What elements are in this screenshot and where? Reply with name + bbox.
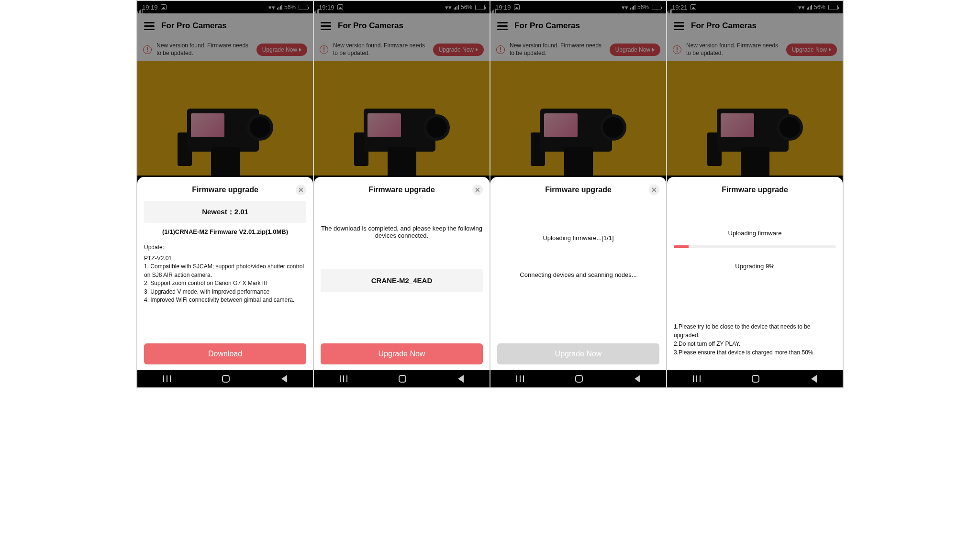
device-box: CRANE-M2_4EAD: [321, 269, 483, 292]
sheet-title: Firmware upgrade: [192, 186, 258, 194]
recents-icon[interactable]: [516, 375, 524, 382]
uploading-line: Uploading firmware...[1/1]: [497, 234, 659, 242]
home-icon[interactable]: [399, 375, 406, 383]
signal-1-icon: [137, 1, 313, 13]
status-bar: 19:21 ▾▾ 56%: [667, 1, 843, 13]
download-complete-msg: The download is completed, and please ke…: [321, 225, 483, 239]
sheet-title: Firmware upgrade: [368, 186, 435, 194]
nav-bar: [667, 370, 843, 387]
upgrade-now-label: Upgrade Now: [555, 350, 602, 358]
recents-icon[interactable]: [340, 375, 347, 382]
note-4: 4. Improved WiFi connectivity between gi…: [144, 296, 306, 304]
home-icon[interactable]: [752, 375, 759, 383]
screenshot-1: 19:19 ▾▾ 56% For Pro Cameras ! New versi…: [137, 1, 313, 387]
release-notes: PTZ-V2.01 1. Compatible with SJCAM; supp…: [144, 254, 306, 304]
firmware-sheet: Firmware upgrade ✕ Newest：2.01 (1/1)CRNA…: [137, 177, 313, 370]
back-icon[interactable]: [281, 375, 287, 383]
download-button-label: Download: [208, 350, 242, 358]
nav-bar: [137, 370, 313, 387]
newest-version: Newest：2.01: [144, 201, 306, 223]
back-icon[interactable]: [458, 375, 464, 383]
nav-bar: [490, 370, 666, 387]
signal-1-icon: [667, 1, 843, 13]
tip-3: 3.Please ensure that device is charged m…: [674, 348, 836, 357]
upgrade-now-label: Upgrade Now: [379, 350, 425, 358]
close-icon[interactable]: ✕: [649, 185, 659, 195]
screenshot-3: 19:19 ▾▾ 56% For Pro Cameras ! New versi…: [490, 1, 666, 387]
close-icon[interactable]: ✕: [472, 185, 483, 195]
firmware-file: (1/1)CRNAE-M2 Firmware V2.01.zip(1.0MB): [144, 228, 306, 235]
note-3: 3. Upgraded V mode, with improved perfor…: [144, 288, 306, 296]
recents-icon[interactable]: [693, 375, 701, 382]
update-heading: Update:: [144, 244, 306, 251]
sheet-title: Firmware upgrade: [545, 186, 612, 194]
tip-2: 2.Do not turn off ZY PLAY.: [674, 340, 836, 348]
progress-label: Upgrading 9%: [674, 263, 836, 270]
upgrade-tips: 1.Please try to be close to the device t…: [674, 322, 836, 364]
screenshot-4: 19:21 ▾▾ 56% For Pro Cameras ! New versi…: [667, 1, 843, 387]
download-button[interactable]: Download: [144, 343, 306, 364]
upgrade-now-button-disabled: Upgrade Now: [497, 343, 659, 364]
progress-fill: [674, 245, 689, 248]
nav-bar: [314, 370, 490, 387]
version-line: PTZ-V2.01: [144, 254, 306, 263]
screenshot-2: 19:19 ▾▾ 56% For Pro Cameras ! New versi…: [314, 1, 490, 387]
upgrade-now-button[interactable]: Upgrade Now: [321, 343, 483, 364]
firmware-sheet: Firmware upgrade ✕ Uploading firmware...…: [490, 177, 666, 370]
home-icon[interactable]: [222, 375, 230, 383]
close-icon[interactable]: ✕: [296, 185, 306, 195]
connecting-line: Connecting devices and scanning nodes...: [497, 271, 659, 278]
uploading-status: Uploading firmware: [674, 230, 836, 237]
signal-1-icon: [314, 1, 490, 13]
status-bar: 19:19 ▾▾ 56%: [137, 1, 313, 13]
home-icon[interactable]: [575, 375, 583, 383]
firmware-sheet: Firmware upgrade Uploading firmware Upgr…: [667, 177, 843, 370]
back-icon[interactable]: [811, 375, 817, 383]
note-1: 1. Compatible with SJCAM; support photo/…: [144, 263, 306, 279]
status-bar: 19:19 ▾▾ 56%: [314, 1, 490, 13]
sheet-title: Firmware upgrade: [722, 186, 788, 194]
recents-icon[interactable]: [163, 375, 171, 382]
back-icon[interactable]: [635, 375, 640, 383]
progress-bar: [674, 245, 836, 248]
status-bar: 19:19 ▾▾ 56%: [490, 1, 666, 13]
firmware-sheet: Firmware upgrade ✕ The download is compl…: [314, 177, 490, 370]
tip-1: 1.Please try to be close to the device t…: [674, 322, 836, 340]
note-2: 2. Support zoom control on Canon G7 X Ma…: [144, 279, 306, 287]
signal-1-icon: [490, 1, 666, 13]
